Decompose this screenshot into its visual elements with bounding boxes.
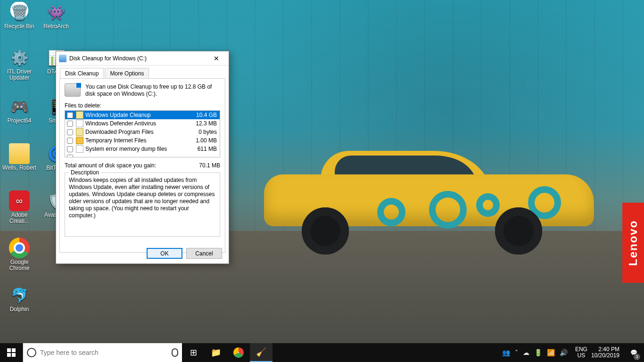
page-icon	[76, 120, 83, 127]
desktop-icon-project64[interactable]: 🎮Project64	[2, 96, 37, 124]
cortana-icon	[27, 348, 36, 357]
people-icon[interactable]: 👥	[502, 349, 510, 356]
tab-more-options[interactable]: More Options	[105, 68, 149, 79]
description-title: Description	[69, 169, 101, 176]
windows-icon	[7, 348, 16, 357]
system-tray[interactable]: 👥 ˄ ☁ 🔋 📶 🔊	[498, 343, 571, 362]
drive-icon	[65, 83, 81, 97]
wifi-icon[interactable]: 📶	[547, 349, 555, 356]
file-row-downloaded-program-files[interactable]: Downloaded Program Files 0 bytes	[65, 128, 220, 136]
file-row-system-error-memory-dump[interactable]: System error memory dump files 611 MB	[65, 145, 220, 153]
mic-icon[interactable]	[172, 348, 178, 357]
disk-cleanup-icon	[59, 55, 66, 62]
total-label: Total amount of disk space you gain:	[65, 162, 156, 169]
desktop-icon-adobe-creative[interactable]: ∞Adobe Creati...	[2, 190, 37, 224]
file-checkbox[interactable]	[67, 138, 73, 144]
action-center-button[interactable]: 💬 3	[623, 343, 644, 362]
taskbar-app-file-explorer[interactable]: 📁	[205, 343, 227, 362]
notification-count: 3	[634, 354, 640, 360]
volume-icon[interactable]: 🔊	[560, 349, 568, 356]
file-checkbox[interactable]	[67, 146, 73, 152]
description-text: Windows keeps copies of all installed up…	[69, 177, 216, 219]
search-box[interactable]: Type here to search	[23, 343, 182, 362]
disk-cleanup-dialog[interactable]: Disk Cleanup for Windows (C:) ✕ Disk Cle…	[56, 51, 229, 264]
total-value: 70.1 MB	[199, 162, 220, 169]
desktop-icon-google-chrome[interactable]: Google Chrome	[2, 238, 37, 272]
taskbar[interactable]: Type here to search ⊞ 📁 🧹 👥 ˄ ☁ 🔋 📶 🔊 EN…	[0, 343, 644, 362]
file-checkbox[interactable]	[67, 129, 73, 135]
file-checkbox[interactable]	[67, 112, 73, 118]
file-row-temporary-internet-files[interactable]: Temporary Internet Files 1.00 MB	[65, 136, 220, 145]
file-checkbox[interactable]	[67, 155, 73, 157]
tab-strip: Disk Cleanup More Options	[56, 66, 229, 78]
titlebar[interactable]: Disk Cleanup for Windows (C:) ✕	[56, 51, 229, 66]
desktop-icon-wells-robert[interactable]: Wells, Robert	[2, 143, 37, 171]
window-title: Disk Cleanup for Windows (C:)	[69, 55, 207, 62]
file-checkbox[interactable]	[67, 121, 73, 127]
desktop-icon-retroarch[interactable]: 👾RetroArch	[39, 2, 74, 30]
files-listbox[interactable]: Windows Update Cleanup 10.4 GB Windows D…	[65, 110, 220, 157]
files-to-delete-label: Files to delete:	[65, 102, 220, 109]
lock-icon	[76, 137, 83, 144]
start-button[interactable]	[0, 343, 23, 362]
desktop-icon-itl-driver-updater[interactable]: ⚙️ITL Driver Updater	[2, 47, 37, 81]
task-view-button[interactable]: ⊞	[182, 343, 205, 362]
tray-chevron-up-icon[interactable]: ˄	[515, 349, 518, 356]
info-text: You can use Disk Cleanup to free up to 1…	[85, 83, 220, 98]
cancel-button[interactable]: Cancel	[186, 248, 222, 259]
onedrive-icon[interactable]: ☁	[523, 349, 529, 356]
file-row-windows-defender[interactable]: Windows Defender Antivirus 12.3 MB	[65, 119, 220, 128]
tab-disk-cleanup[interactable]: Disk Cleanup	[60, 68, 104, 79]
ok-button[interactable]: OK	[147, 248, 182, 259]
desktop-icon-recycle-bin[interactable]: 🗑️Recycle Bin	[2, 2, 37, 30]
file-row-windows-update-cleanup[interactable]: Windows Update Cleanup 10.4 GB	[65, 111, 220, 119]
desktop-icon-dolphin[interactable]: 🐬Dolphin	[2, 285, 37, 313]
file-row-extra[interactable]	[65, 153, 220, 157]
page-icon	[76, 145, 83, 153]
folder-icon	[76, 128, 83, 136]
clock[interactable]: 2:40 PM 10/20/2019	[591, 346, 619, 359]
folder-icon	[76, 111, 83, 119]
search-placeholder: Type here to search	[40, 349, 168, 356]
description-group: Description Windows keeps copies of all …	[65, 173, 220, 237]
language-indicator[interactable]: ENG US	[575, 346, 587, 359]
taskbar-app-chrome[interactable]	[227, 343, 250, 362]
taskbar-app-disk-cleanup[interactable]: 🧹	[250, 343, 272, 362]
close-button[interactable]: ✕	[207, 52, 226, 65]
battery-icon[interactable]: 🔋	[534, 349, 542, 356]
tab-panel: You can use Disk Cleanup to free up to 1…	[59, 78, 225, 253]
